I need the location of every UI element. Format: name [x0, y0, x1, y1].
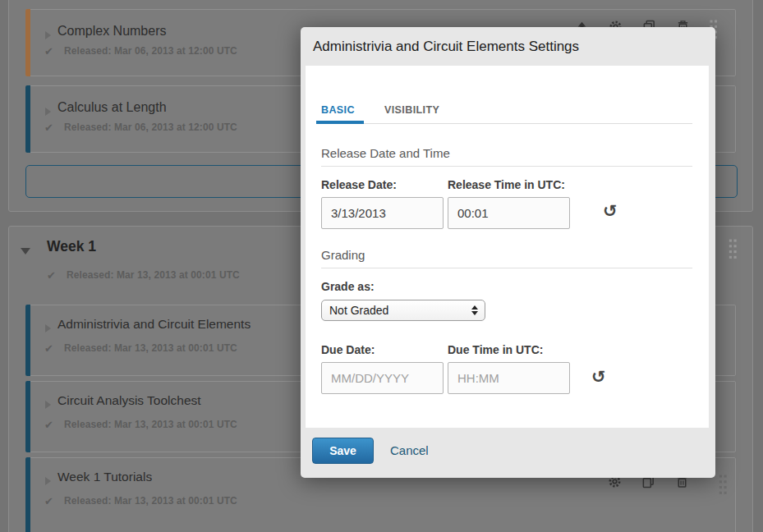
- expand-arrow-icon[interactable]: [45, 31, 51, 39]
- release-text: Released: Mar 13, 2013 at 00:01 UTC: [67, 269, 240, 281]
- release-date-label: Release Date:: [321, 178, 397, 191]
- modal-footer: Save Cancel: [301, 428, 715, 478]
- check-icon: ✔: [44, 122, 53, 133]
- release-date-input[interactable]: [321, 197, 444, 229]
- active-tab-underline: [316, 121, 364, 124]
- release-text: Released: Mar 13, 2013 at 00:01 UTC: [64, 342, 237, 354]
- row-accent-bar: [25, 381, 30, 452]
- row-title: Administrivia and Circuit Elements: [57, 317, 251, 332]
- drag-handle-icon[interactable]: [719, 475, 728, 497]
- due-time-label: Due Time in UTC:: [448, 343, 543, 356]
- drag-handle-icon[interactable]: [729, 239, 738, 261]
- due-date-input[interactable]: [321, 362, 444, 394]
- grade-as-select[interactable]: Not Graded: [321, 300, 485, 321]
- row-accent-bar: [25, 85, 30, 153]
- save-button[interactable]: Save: [312, 438, 374, 464]
- section-title: Week 1: [47, 238, 96, 255]
- release-section-heading: Release Date and Time: [321, 146, 450, 160]
- row-title: Calculus at Length: [57, 100, 167, 115]
- row-accent-bar: [25, 457, 30, 532]
- cancel-button[interactable]: Cancel: [390, 443, 429, 457]
- release-status: ✔ Released: Mar 13, 2013 at 00:01 UTC: [44, 419, 237, 430]
- select-stepper-icon: [471, 305, 485, 315]
- release-status: ✔ Released: Mar 13, 2013 at 00:01 UTC: [47, 269, 240, 281]
- check-icon: ✔: [44, 46, 53, 57]
- due-date-label: Due Date:: [321, 343, 375, 356]
- expand-arrow-icon[interactable]: [45, 401, 51, 409]
- row-accent-bar: [25, 9, 30, 76]
- release-status: ✔ Released: Mar 06, 2013 at 12:00 UTC: [44, 45, 237, 57]
- settings-modal: Administrivia and Circuit Elements Setti…: [301, 27, 715, 478]
- expand-arrow-icon[interactable]: [45, 477, 51, 485]
- expand-arrow-icon[interactable]: [45, 324, 51, 332]
- row-actions: [608, 475, 728, 497]
- release-text: Released: Mar 06, 2013 at 12:00 UTC: [64, 122, 237, 133]
- modal-body: BASIC VISIBILITY Release Date and Time R…: [306, 66, 709, 428]
- row-title: Circuit Analysis Toolchest: [57, 393, 201, 408]
- grade-as-value: Not Graded: [322, 304, 471, 317]
- release-section-divider: [321, 166, 692, 167]
- reset-release-icon[interactable]: ↺: [603, 202, 618, 219]
- collapse-arrow-icon[interactable]: [21, 248, 30, 255]
- row-title: Week 1 Tutorials: [57, 470, 152, 484]
- tab-basic[interactable]: BASIC: [321, 104, 355, 116]
- row-title: Complex Numbers: [57, 24, 166, 39]
- row-accent-bar: [25, 305, 30, 376]
- release-text: Released: Mar 13, 2013 at 00:01 UTC: [64, 419, 237, 430]
- check-icon: ✔: [44, 343, 53, 354]
- release-time-input[interactable]: [448, 197, 570, 229]
- release-text: Released: Mar 06, 2013 at 12:00 UTC: [64, 45, 237, 57]
- grading-section-heading: Grading: [321, 248, 365, 262]
- modal-title: Administrivia and Circuit Elements Setti…: [313, 39, 579, 55]
- check-icon: ✔: [47, 270, 56, 281]
- check-icon: ✔: [44, 420, 53, 430]
- release-status: ✔ Released: Mar 06, 2013 at 12:00 UTC: [44, 122, 237, 133]
- grade-as-label: Grade as:: [321, 280, 375, 293]
- expand-arrow-icon[interactable]: [45, 108, 51, 116]
- check-icon: ✔: [44, 496, 53, 507]
- release-text: Released: Mar 13, 2013 at 00:01 UTC: [64, 495, 237, 507]
- release-time-label: Release Time in UTC:: [448, 178, 565, 191]
- release-status: ✔ Released: Mar 13, 2013 at 00:01 UTC: [44, 495, 237, 507]
- tabs-divider: [321, 123, 692, 124]
- grading-section-divider: [321, 268, 692, 268]
- release-status: ✔ Released: Mar 13, 2013 at 00:01 UTC: [44, 342, 237, 354]
- due-time-input[interactable]: [448, 362, 570, 394]
- tab-visibility[interactable]: VISIBILITY: [384, 104, 439, 116]
- reset-due-icon[interactable]: ↺: [591, 368, 606, 385]
